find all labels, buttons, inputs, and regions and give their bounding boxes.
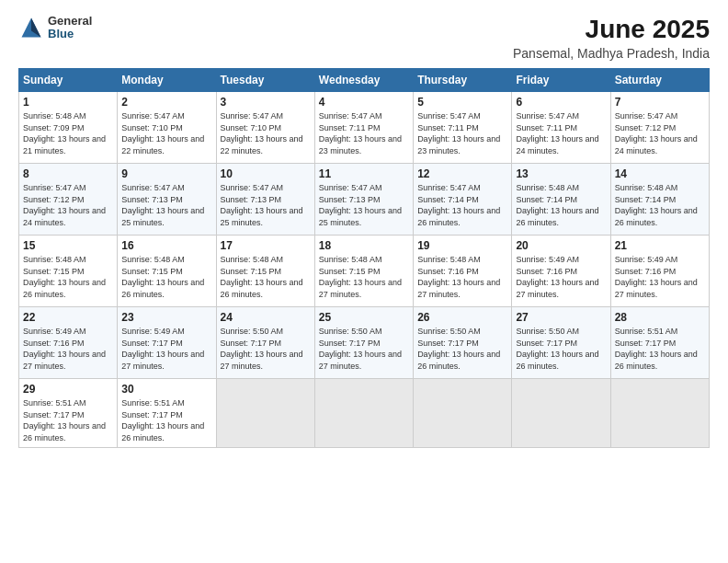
table-cell: 2 Sunrise: 5:47 AMSunset: 7:10 PMDayligh… <box>118 92 216 164</box>
day-number: 23 <box>121 311 211 324</box>
day-info: Sunrise: 5:47 AMSunset: 7:12 PMDaylight:… <box>23 183 106 227</box>
table-cell: 19 Sunrise: 5:48 AMSunset: 7:16 PMDaylig… <box>414 236 512 307</box>
day-info: Sunrise: 5:47 AMSunset: 7:10 PMDaylight:… <box>121 111 204 155</box>
calendar-table: Sunday Monday Tuesday Wednesday Thursday… <box>18 68 710 448</box>
table-cell: 5 Sunrise: 5:47 AMSunset: 7:11 PMDayligh… <box>414 92 512 164</box>
table-cell: 12 Sunrise: 5:47 AMSunset: 7:14 PMDaylig… <box>414 164 512 236</box>
day-number: 28 <box>615 311 705 324</box>
col-friday: Friday <box>512 69 610 92</box>
table-cell: 14 Sunrise: 5:48 AMSunset: 7:14 PMDaylig… <box>610 164 709 236</box>
day-info: Sunrise: 5:47 AMSunset: 7:11 PMDaylight:… <box>417 111 500 155</box>
day-info: Sunrise: 5:47 AMSunset: 7:14 PMDaylight:… <box>417 183 500 227</box>
day-number: 2 <box>121 96 211 109</box>
col-saturday: Saturday <box>610 69 709 92</box>
col-monday: Monday <box>118 69 216 92</box>
day-info: Sunrise: 5:50 AMSunset: 7:17 PMDaylight:… <box>417 327 500 371</box>
day-number: 9 <box>121 167 211 180</box>
header: General Blue June 2025 Pansemal, Madhya … <box>18 15 710 61</box>
day-info: Sunrise: 5:47 AMSunset: 7:13 PMDaylight:… <box>121 183 204 227</box>
table-cell: 16 Sunrise: 5:48 AMSunset: 7:15 PMDaylig… <box>118 236 216 307</box>
day-number: 24 <box>221 311 311 324</box>
table-cell: 17 Sunrise: 5:48 AMSunset: 7:15 PMDaylig… <box>216 236 314 307</box>
logo-text: General Blue <box>48 15 92 41</box>
day-number: 25 <box>319 311 409 324</box>
table-cell: 29 Sunrise: 5:51 AMSunset: 7:17 PMDaylig… <box>19 379 118 448</box>
day-info: Sunrise: 5:51 AMSunset: 7:17 PMDaylight:… <box>23 398 106 442</box>
table-cell <box>314 379 413 448</box>
day-info: Sunrise: 5:48 AMSunset: 7:15 PMDaylight:… <box>121 255 204 299</box>
table-cell: 22 Sunrise: 5:49 AMSunset: 7:16 PMDaylig… <box>19 307 118 379</box>
day-number: 19 <box>417 239 507 252</box>
day-number: 17 <box>221 239 311 252</box>
day-info: Sunrise: 5:47 AMSunset: 7:10 PMDaylight:… <box>221 111 303 155</box>
subtitle: Pansemal, Madhya Pradesh, India <box>513 46 710 61</box>
table-cell: 15 Sunrise: 5:48 AMSunset: 7:15 PMDaylig… <box>19 236 118 307</box>
day-number: 4 <box>319 96 409 109</box>
day-number: 12 <box>417 167 507 180</box>
logo-blue: Blue <box>48 28 92 40</box>
day-number: 16 <box>121 239 211 252</box>
day-number: 1 <box>23 96 113 109</box>
table-cell: 20 Sunrise: 5:49 AMSunset: 7:16 PMDaylig… <box>512 236 610 307</box>
day-number: 11 <box>319 167 409 180</box>
day-number: 27 <box>516 311 606 324</box>
logo-general: General <box>48 15 92 28</box>
day-info: Sunrise: 5:48 AMSunset: 7:15 PMDaylight:… <box>221 255 303 299</box>
day-number: 18 <box>319 239 409 252</box>
day-info: Sunrise: 5:51 AMSunset: 7:17 PMDaylight:… <box>121 398 204 442</box>
col-thursday: Thursday <box>414 69 512 92</box>
day-number: 30 <box>121 383 211 396</box>
table-cell: 10 Sunrise: 5:47 AMSunset: 7:13 PMDaylig… <box>216 164 314 236</box>
day-info: Sunrise: 5:48 AMSunset: 7:15 PMDaylight:… <box>319 255 402 299</box>
table-cell: 21 Sunrise: 5:49 AMSunset: 7:16 PMDaylig… <box>610 236 709 307</box>
table-cell: 26 Sunrise: 5:50 AMSunset: 7:17 PMDaylig… <box>414 307 512 379</box>
col-sunday: Sunday <box>19 69 118 92</box>
day-number: 8 <box>23 167 113 180</box>
day-number: 21 <box>615 239 705 252</box>
day-number: 22 <box>23 311 113 324</box>
day-info: Sunrise: 5:47 AMSunset: 7:13 PMDaylight:… <box>319 183 402 227</box>
day-info: Sunrise: 5:50 AMSunset: 7:17 PMDaylight:… <box>516 327 598 371</box>
day-number: 10 <box>221 167 311 180</box>
table-cell: 18 Sunrise: 5:48 AMSunset: 7:15 PMDaylig… <box>314 236 413 307</box>
day-info: Sunrise: 5:48 AMSunset: 7:14 PMDaylight:… <box>516 183 598 227</box>
day-info: Sunrise: 5:49 AMSunset: 7:16 PMDaylight:… <box>615 255 698 299</box>
table-cell: 7 Sunrise: 5:47 AMSunset: 7:12 PMDayligh… <box>610 92 709 164</box>
day-info: Sunrise: 5:48 AMSunset: 7:15 PMDaylight:… <box>23 255 106 299</box>
day-info: Sunrise: 5:47 AMSunset: 7:11 PMDaylight:… <box>516 111 598 155</box>
day-info: Sunrise: 5:48 AMSunset: 7:16 PMDaylight:… <box>417 255 500 299</box>
day-number: 3 <box>221 96 311 109</box>
page: General Blue June 2025 Pansemal, Madhya … <box>0 0 728 563</box>
logo: General Blue <box>18 15 92 41</box>
day-info: Sunrise: 5:48 AMSunset: 7:09 PMDaylight:… <box>23 111 106 155</box>
table-cell: 6 Sunrise: 5:47 AMSunset: 7:11 PMDayligh… <box>512 92 610 164</box>
col-wednesday: Wednesday <box>314 69 413 92</box>
day-info: Sunrise: 5:51 AMSunset: 7:17 PMDaylight:… <box>615 327 698 371</box>
table-cell <box>216 379 314 448</box>
table-cell: 8 Sunrise: 5:47 AMSunset: 7:12 PMDayligh… <box>19 164 118 236</box>
table-cell <box>610 379 709 448</box>
logo-icon <box>18 15 44 40</box>
table-cell: 25 Sunrise: 5:50 AMSunset: 7:17 PMDaylig… <box>314 307 413 379</box>
col-tuesday: Tuesday <box>216 69 314 92</box>
table-cell: 3 Sunrise: 5:47 AMSunset: 7:10 PMDayligh… <box>216 92 314 164</box>
day-info: Sunrise: 5:47 AMSunset: 7:12 PMDaylight:… <box>615 111 698 155</box>
day-number: 6 <box>516 96 606 109</box>
table-cell <box>512 379 610 448</box>
day-info: Sunrise: 5:49 AMSunset: 7:16 PMDaylight:… <box>516 255 598 299</box>
table-cell: 24 Sunrise: 5:50 AMSunset: 7:17 PMDaylig… <box>216 307 314 379</box>
table-cell: 23 Sunrise: 5:49 AMSunset: 7:17 PMDaylig… <box>118 307 216 379</box>
day-info: Sunrise: 5:48 AMSunset: 7:14 PMDaylight:… <box>615 183 698 227</box>
table-cell: 1 Sunrise: 5:48 AMSunset: 7:09 PMDayligh… <box>19 92 118 164</box>
table-cell: 27 Sunrise: 5:50 AMSunset: 7:17 PMDaylig… <box>512 307 610 379</box>
day-number: 13 <box>516 167 606 180</box>
day-info: Sunrise: 5:50 AMSunset: 7:17 PMDaylight:… <box>221 327 303 371</box>
table-cell: 9 Sunrise: 5:47 AMSunset: 7:13 PMDayligh… <box>118 164 216 236</box>
main-title: June 2025 <box>513 15 710 44</box>
day-number: 20 <box>516 239 606 252</box>
table-cell: 30 Sunrise: 5:51 AMSunset: 7:17 PMDaylig… <box>118 379 216 448</box>
day-info: Sunrise: 5:49 AMSunset: 7:17 PMDaylight:… <box>121 327 204 371</box>
day-info: Sunrise: 5:47 AMSunset: 7:13 PMDaylight:… <box>221 183 303 227</box>
day-number: 5 <box>417 96 507 109</box>
day-number: 14 <box>615 167 705 180</box>
